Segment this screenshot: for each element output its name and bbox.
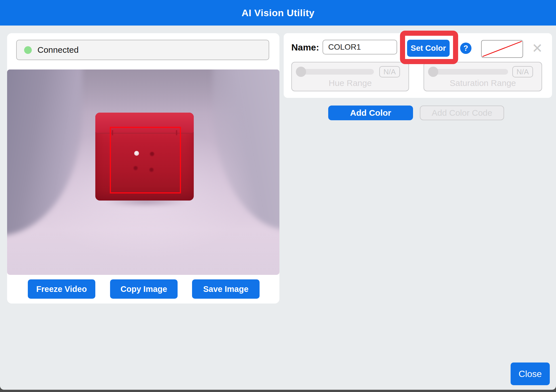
hue-value-badge: N/A	[379, 66, 400, 77]
saturation-range-label: Saturation Range	[424, 78, 542, 88]
question-mark-glyph: ?	[464, 44, 468, 53]
backdrop-left-fold	[7, 69, 83, 236]
connection-status-label: Connected	[37, 45, 79, 55]
freeze-video-button[interactable]: Freeze Video	[28, 279, 95, 299]
no-color-diagonal-icon	[482, 41, 523, 57]
page-title: AI Vision Utility	[0, 0, 556, 26]
color-swatch-empty[interactable]	[481, 40, 523, 58]
saturation-value-badge: N/A	[512, 66, 533, 77]
color-name-input[interactable]	[323, 40, 397, 54]
ai-vision-utility-dialog: AI Vision Utility Connected Freeze Video…	[0, 0, 556, 390]
camera-panel: Connected Freeze Video Copy Image Save I…	[7, 33, 279, 304]
hue-slider-track[interactable]	[300, 69, 374, 75]
remove-color-icon[interactable]: ✕	[530, 41, 544, 55]
saturation-slider-thumb[interactable]	[428, 67, 438, 77]
add-color-code-button[interactable]: Add Color Code	[420, 106, 504, 120]
connection-status: Connected	[16, 40, 269, 60]
saturation-range-slider-group: N/A Saturation Range	[424, 62, 542, 91]
backdrop-right-fold	[212, 69, 279, 230]
hue-range-label: Hue Range	[292, 78, 408, 88]
add-color-button[interactable]: Add Color	[328, 106, 413, 120]
connected-dot-icon	[24, 46, 32, 54]
hue-range-slider-group: N/A Hue Range	[291, 62, 409, 91]
help-icon[interactable]: ?	[460, 43, 471, 54]
save-image-button[interactable]: Save Image	[192, 279, 260, 299]
title-bar: AI Vision Utility	[0, 0, 556, 26]
set-color-button[interactable]: Set Color	[407, 40, 450, 57]
name-label: Name:	[291, 42, 319, 53]
color-selection-rectangle[interactable]	[110, 127, 181, 193]
copy-image-button[interactable]: Copy Image	[110, 279, 178, 299]
hue-slider-thumb[interactable]	[296, 67, 306, 77]
camera-feed[interactable]	[7, 69, 279, 275]
close-button[interactable]: Close	[511, 363, 550, 385]
saturation-slider-track[interactable]	[433, 69, 508, 75]
